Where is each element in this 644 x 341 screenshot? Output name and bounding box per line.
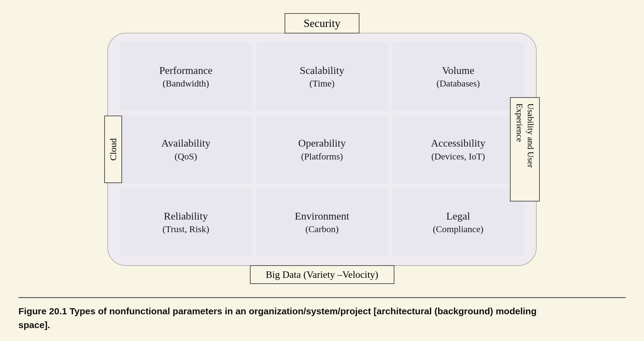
- cell-line1-4: Operability: [298, 136, 346, 150]
- cell-line2-4: (Platforms): [301, 150, 343, 162]
- security-label: Security: [285, 13, 359, 33]
- cell-line2-5: (Devices, IoT): [431, 150, 485, 162]
- cell-line2-2: (Databases): [436, 77, 480, 89]
- cell-line2-3: (QoS): [174, 150, 197, 162]
- cell-line1-6: Reliability: [164, 209, 208, 223]
- cell-line1-0: Performance: [159, 64, 213, 77]
- grid-cell-1: Scalability(Time): [256, 43, 388, 110]
- cell-line1-8: Legal: [446, 209, 470, 223]
- caption-area: Figure 20.1 Types of nonfunctional param…: [18, 297, 626, 332]
- cell-line1-5: Accessibility: [431, 136, 485, 150]
- grid-cell-8: Legal(Compliance): [393, 188, 524, 256]
- grid-cell-7: Environment(Carbon): [256, 188, 388, 256]
- cell-line1-3: Availability: [161, 136, 210, 150]
- cell-line2-0: (Bandwidth): [163, 77, 209, 89]
- grid-cell-4: Operability(Platforms): [256, 115, 388, 183]
- outer-container: Cloud Performance(Bandwidth)Scalability(…: [107, 33, 537, 266]
- cell-line1-2: Volume: [442, 64, 474, 77]
- bigdata-label: Big Data (Variety –Velocity): [250, 265, 394, 284]
- cell-line2-8: (Compliance): [433, 223, 484, 235]
- usability-label: Usability and User Experience: [510, 97, 540, 201]
- cell-line2-6: (Trust, Risk): [163, 223, 209, 235]
- cell-line1-1: Scalability: [300, 64, 344, 77]
- cell-line2-1: (Time): [309, 77, 335, 89]
- grid-cell-6: Reliability(Trust, Risk): [120, 188, 251, 256]
- grid-cell-5: Accessibility(Devices, IoT): [393, 115, 524, 183]
- cloud-label: Cloud: [104, 116, 122, 183]
- grid-container: Performance(Bandwidth)Scalability(Time)V…: [107, 33, 537, 266]
- cell-line2-7: (Carbon): [305, 223, 339, 235]
- diagram-wrapper: Security Cloud Performance(Bandwidth)Sca…: [18, 12, 626, 285]
- cell-line1-7: Environment: [295, 209, 349, 223]
- grid-cell-3: Availability(QoS): [120, 115, 251, 183]
- caption-text: Figure 20.1 Types of nonfunctional param…: [18, 304, 570, 332]
- grid-cell-0: Performance(Bandwidth): [120, 43, 251, 110]
- grid-cell-2: Volume(Databases): [393, 43, 524, 110]
